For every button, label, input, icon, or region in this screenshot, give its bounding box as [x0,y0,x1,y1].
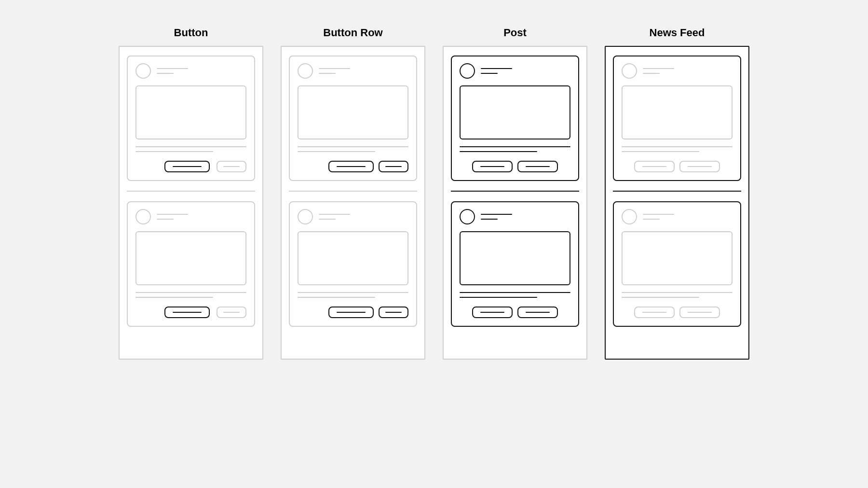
author-line-placeholder [481,214,512,215]
author-line-placeholder [481,68,512,69]
post-card [451,201,579,327]
post-meta [643,214,674,220]
text-line-placeholder [136,146,246,147]
timestamp-line-placeholder [643,219,660,220]
post-image-placeholder [460,231,570,285]
post-image-placeholder [622,231,732,285]
primary-button[interactable] [472,161,513,172]
button-row [136,161,246,172]
timestamp-line-placeholder [481,219,498,220]
secondary-button[interactable] [379,161,408,172]
timestamp-line-placeholder [319,219,336,220]
primary-button[interactable] [472,307,513,318]
button-label-placeholder [223,312,240,313]
avatar-icon [622,63,637,79]
post-body [298,292,408,298]
post-image-placeholder [622,85,732,139]
button-label-placeholder [385,312,402,313]
text-line-placeholder [622,292,732,293]
primary-button[interactable] [328,161,374,172]
avatar-icon [136,209,151,224]
secondary-button[interactable] [679,161,720,172]
post-meta [481,68,512,74]
post-image-placeholder [136,85,246,139]
primary-button[interactable] [164,161,210,172]
column-title-button-row: Button Row [323,27,382,39]
text-line-placeholder [136,297,213,298]
text-line-placeholder [136,292,246,293]
button-row [622,161,732,172]
post-body [622,292,732,298]
timestamp-line-placeholder [481,73,498,74]
post-image-placeholder [460,85,570,139]
button-label-placeholder [526,312,550,313]
secondary-button[interactable] [517,307,558,318]
author-line-placeholder [157,214,188,215]
text-line-placeholder [298,146,408,147]
secondary-button[interactable] [679,307,720,318]
secondary-button[interactable] [517,161,558,172]
primary-button[interactable] [634,161,675,172]
text-line-placeholder [298,297,375,298]
post-card [451,56,579,181]
post-header [136,209,246,224]
avatar-icon [460,209,475,224]
post-separator [289,191,417,192]
post-meta [319,68,350,74]
button-row [136,307,246,318]
post-separator [613,191,741,192]
author-line-placeholder [643,68,674,69]
post-body [622,146,732,152]
post-card [289,56,417,181]
button-label-placeholder [688,166,712,167]
post-separator [127,191,255,192]
button-label-placeholder [223,166,240,167]
author-line-placeholder [319,214,350,215]
author-line-placeholder [319,68,350,69]
post-card [613,201,741,327]
text-line-placeholder [460,297,537,298]
avatar-icon [136,63,151,79]
secondary-button[interactable] [379,307,408,318]
text-line-placeholder [298,292,408,293]
button-label-placeholder [526,166,550,167]
secondary-button[interactable] [217,307,246,318]
button-row [622,307,732,318]
timestamp-line-placeholder [157,219,174,220]
post-card [289,201,417,327]
device-frame [443,46,587,360]
button-label-placeholder [642,312,666,313]
avatar-icon [298,209,313,224]
column-button-row: Button Row [281,27,425,360]
column-title-post: Post [503,27,527,39]
text-line-placeholder [136,151,213,152]
primary-button[interactable] [328,307,374,318]
button-label-placeholder [173,166,202,167]
button-label-placeholder [337,166,366,167]
column-title-button: Button [174,27,208,39]
post-image-placeholder [298,231,408,285]
post-meta [157,214,188,220]
post-card [613,56,741,181]
post-card [127,201,255,327]
post-body [136,146,246,152]
text-line-placeholder [622,146,732,147]
primary-button[interactable] [164,307,210,318]
primary-button[interactable] [634,307,675,318]
post-body [460,146,570,152]
button-label-placeholder [173,312,202,313]
text-line-placeholder [460,151,537,152]
post-header [460,209,570,224]
button-label-placeholder [642,166,666,167]
post-header [622,63,732,79]
post-card [127,56,255,181]
avatar-icon [460,63,475,79]
post-meta [319,214,350,220]
post-header [622,209,732,224]
post-meta [481,214,512,220]
post-image-placeholder [298,85,408,139]
secondary-button[interactable] [217,161,246,172]
post-header [460,63,570,79]
post-image-placeholder [136,231,246,285]
button-label-placeholder [480,312,504,313]
